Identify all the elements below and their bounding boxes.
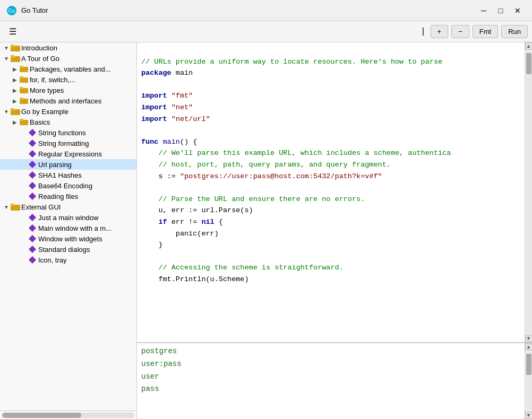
tree-item-packages[interactable]: ▶Packages, variables and... xyxy=(0,64,136,74)
vscroll-track[interactable] xyxy=(526,51,532,334)
svg-marker-33 xyxy=(29,235,36,242)
tree-label: for, if, switch,... xyxy=(30,76,75,84)
code-vscrollbar[interactable]: ▲ ▼ xyxy=(525,42,532,342)
tree-label: Just a main window xyxy=(38,214,98,222)
leaf-icon xyxy=(28,192,37,200)
svg-marker-27 xyxy=(29,193,36,200)
tree-item-basics[interactable]: ▶Basics xyxy=(0,117,136,127)
output-pane: postgres user:pass user pass ▲ ▼ xyxy=(137,342,532,419)
vscroll-down-arrow[interactable]: ▼ xyxy=(525,335,533,342)
tree-item-external-gui[interactable]: ▼External GUI xyxy=(0,202,136,212)
tree-item-more-types[interactable]: ▶More types xyxy=(0,85,136,95)
tree-label: Methods and interfaces xyxy=(30,97,101,105)
tree-item-base64-encoding[interactable]: Base64 Encoding xyxy=(0,180,136,191)
tree-item-sha1-hashes[interactable]: SHA1 Hashes xyxy=(0,170,136,180)
fmt-button[interactable]: Fmt xyxy=(473,25,498,38)
output-vscroll-thumb[interactable] xyxy=(526,354,531,375)
hscroll-thumb[interactable] xyxy=(2,413,81,418)
leaf-icon xyxy=(28,139,37,147)
tree-toggle[interactable]: ▼ xyxy=(2,54,11,63)
sidebar-hscrollbar[interactable] xyxy=(0,411,136,419)
tree-item-just-a-main-window[interactable]: Just a main window xyxy=(0,212,136,223)
tree-label: Basics xyxy=(30,118,50,126)
tree-item-string-formatting[interactable]: String formatting xyxy=(0,138,136,149)
svg-marker-31 xyxy=(29,214,36,221)
tree-toggle[interactable]: ▶ xyxy=(11,97,19,105)
output-vscroll-up[interactable]: ▲ xyxy=(525,343,533,351)
leaf-icon xyxy=(28,256,37,264)
tree-label: Packages, variables and... xyxy=(30,65,110,73)
run-button[interactable]: Run xyxy=(501,25,528,38)
tree-item-icon-tray[interactable]: Icon, tray xyxy=(0,255,136,265)
tree-item-a-tour-of-go[interactable]: ▼A Tour of Go xyxy=(0,53,136,64)
leaf-icon xyxy=(28,213,37,222)
tree-item-reading-files[interactable]: Reading files xyxy=(0,191,136,202)
tree-item-url-parsing[interactable]: Url parsing xyxy=(0,159,136,170)
tree-item-introduction[interactable]: ▼Introduction xyxy=(0,42,136,53)
tree-label: More types xyxy=(30,86,64,94)
sidebar: ▼Introduction▼A Tour of Go▶Packages, var… xyxy=(0,42,137,419)
folder-icon xyxy=(11,54,20,63)
output-vscroll-track[interactable] xyxy=(526,352,532,411)
tree-container: ▼Introduction▼A Tour of Go▶Packages, var… xyxy=(0,42,136,265)
maximize-button[interactable]: □ xyxy=(493,3,509,18)
tree-label: Introduction xyxy=(21,44,57,52)
cursor-indicator: ┃ xyxy=(421,28,425,36)
svg-rect-9 xyxy=(20,66,23,68)
code-scroll[interactable]: // URLs provide a uniform way to locate … xyxy=(137,42,532,342)
folder-icon xyxy=(11,203,20,211)
zoom-out-button[interactable]: − xyxy=(451,25,469,38)
zoom-in-button[interactable]: + xyxy=(431,25,449,38)
leaf-icon xyxy=(28,160,37,169)
tree-item-regular-expressions[interactable]: Regular Expressions xyxy=(0,149,136,159)
tree-toggle[interactable]: ▼ xyxy=(2,107,11,116)
title-bar: Go Go Tutor ─ □ ✕ xyxy=(0,0,532,21)
output-vscroll-down[interactable]: ▼ xyxy=(525,412,533,419)
svg-marker-21 xyxy=(29,129,36,136)
svg-rect-30 xyxy=(11,204,14,206)
tree-toggle[interactable]: ▼ xyxy=(2,43,11,52)
tree-label: Go by Example xyxy=(21,108,68,116)
tree-label: Icon, tray xyxy=(38,256,66,264)
tree-item-window-with-widgets[interactable]: Window with widgets xyxy=(0,233,136,244)
folder-icon xyxy=(11,107,20,116)
code-content: // URLs provide a uniform way to locate … xyxy=(137,42,532,287)
hscroll-track[interactable] xyxy=(2,413,134,418)
svg-text:Go: Go xyxy=(8,8,15,14)
tree-item-main-window-with-m[interactable]: Main window with a m... xyxy=(0,223,136,233)
tree-toggle[interactable]: ▶ xyxy=(11,75,19,84)
tree-item-standard-dialogs[interactable]: Standard dialogs xyxy=(0,244,136,255)
tree-label: Reading files xyxy=(38,193,78,200)
folder-icon xyxy=(19,86,29,94)
menu-button[interactable]: ☰ xyxy=(4,24,21,40)
leaf-icon xyxy=(28,128,37,137)
tree-label: Url parsing xyxy=(38,161,72,169)
vscroll-up-arrow[interactable]: ▲ xyxy=(525,42,533,50)
sidebar-scroll[interactable]: ▼Introduction▼A Tour of Go▶Packages, var… xyxy=(0,42,136,411)
leaf-icon xyxy=(28,171,37,179)
tree-label: Base64 Encoding xyxy=(38,182,92,190)
svg-marker-32 xyxy=(29,224,36,232)
tree-item-go-by-example[interactable]: ▼Go by Example xyxy=(0,106,136,117)
tree-label: String functions xyxy=(38,129,86,137)
tree-toggle[interactable]: ▶ xyxy=(11,118,19,126)
tree-item-string-functions[interactable]: String functions xyxy=(0,127,136,138)
vscroll-thumb[interactable] xyxy=(526,53,531,74)
tree-item-for-if[interactable]: ▶for, if, switch,... xyxy=(0,74,136,85)
minimize-button[interactable]: ─ xyxy=(476,3,492,18)
svg-marker-26 xyxy=(29,182,36,189)
output-vscrollbar[interactable]: ▲ ▼ xyxy=(525,343,532,419)
tree-toggle[interactable]: ▶ xyxy=(11,65,19,73)
main-area: ▼Introduction▼A Tour of Go▶Packages, var… xyxy=(0,42,532,419)
close-button[interactable]: ✕ xyxy=(510,3,526,18)
tree-label: A Tour of Go xyxy=(21,55,59,63)
app-icon: Go xyxy=(6,5,17,16)
svg-marker-23 xyxy=(29,150,36,158)
tree-toggle[interactable]: ▶ xyxy=(11,86,19,94)
tree-toggle[interactable]: ▼ xyxy=(2,203,11,211)
tree-item-methods-interfaces[interactable]: ▶Methods and interfaces xyxy=(0,95,136,106)
leaf-icon xyxy=(28,224,37,232)
folder-icon xyxy=(19,118,29,126)
svg-marker-35 xyxy=(29,256,36,264)
leaf-icon xyxy=(28,245,37,254)
